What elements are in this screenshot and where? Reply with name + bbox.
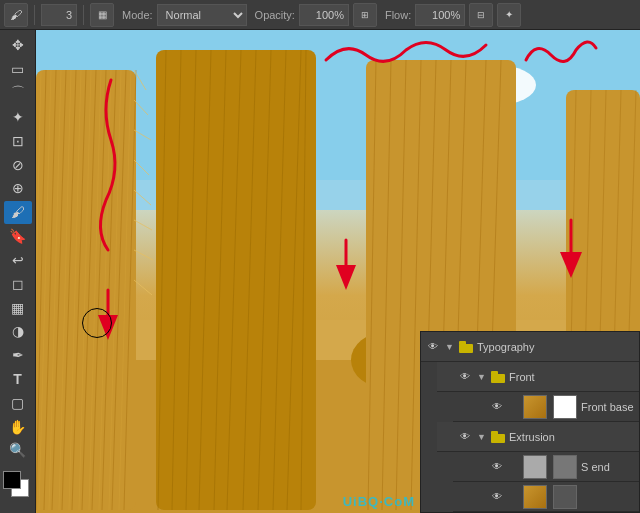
flow-input[interactable]: 100% xyxy=(415,4,465,26)
mode-label: Mode: xyxy=(122,9,153,21)
expand-icon-extrusion[interactable]: ▼ xyxy=(477,432,487,442)
thumb-s-end xyxy=(523,455,547,479)
watermark: UiBQ·CoM xyxy=(343,494,415,509)
layer-name-s-end: S end xyxy=(581,461,635,473)
color-swatches xyxy=(3,463,33,509)
svg-rect-72 xyxy=(459,344,473,353)
airbrush-btn[interactable]: ✦ xyxy=(497,3,521,27)
folder-icon-extrusion xyxy=(491,431,505,443)
layer-name-typography: Typography xyxy=(477,341,635,353)
visibility-icon-s-end[interactable]: 👁 xyxy=(489,459,505,475)
layer-row-last[interactable]: 👁 xyxy=(453,482,639,512)
opacity-input[interactable]: 100% xyxy=(299,4,349,26)
brush-size-input[interactable]: 3 xyxy=(41,4,77,26)
layer-row-front-base[interactable]: 👁 Front base xyxy=(453,392,639,422)
brush-tool-btn[interactable]: 🖌 xyxy=(4,3,28,27)
expand-icon-front[interactable]: ▼ xyxy=(477,372,487,382)
move-tool[interactable]: ✥ xyxy=(4,34,32,57)
layers-panel: 👁 ▼ Typography 👁 ▼ Front 👁 Front base xyxy=(420,331,640,513)
flow-toggle-btn[interactable]: ⊟ xyxy=(469,3,493,27)
thumb-last xyxy=(523,485,547,509)
layer-row-extrusion[interactable]: 👁 ▼ Extrusion xyxy=(437,422,639,452)
flow-label: Flow: xyxy=(385,9,411,21)
expand-icon-typography[interactable]: ▼ xyxy=(445,342,455,352)
eyedropper-tool[interactable]: ⊘ xyxy=(4,153,32,176)
separator-2 xyxy=(83,5,84,25)
dodge-tool[interactable]: ◑ xyxy=(4,320,32,343)
mask-thumb-last xyxy=(553,485,577,509)
gradient-tool[interactable]: ▦ xyxy=(4,296,32,319)
svg-rect-75 xyxy=(491,371,498,375)
mask-thumb-s-end xyxy=(553,455,577,479)
layer-name-front-base: Front base xyxy=(581,401,635,413)
separator-1 xyxy=(34,5,35,25)
mask-thumb-front-base xyxy=(553,395,577,419)
visibility-icon-last[interactable]: 👁 xyxy=(489,489,505,505)
visibility-icon-front[interactable]: 👁 xyxy=(457,369,473,385)
foreground-color-swatch[interactable] xyxy=(3,471,21,489)
eraser-tool[interactable]: ◻ xyxy=(4,272,32,295)
zoom-tool[interactable]: 🔍 xyxy=(4,439,32,462)
shape-tool[interactable]: ▢ xyxy=(4,391,32,414)
svg-rect-73 xyxy=(459,341,466,345)
history-brush-tool[interactable]: ↩ xyxy=(4,248,32,271)
thumb-front-base xyxy=(523,395,547,419)
layer-row-front[interactable]: 👁 ▼ Front xyxy=(437,362,639,392)
folder-icon-typography xyxy=(459,341,473,353)
opacity-toggle-btn[interactable]: ⊞ xyxy=(353,3,377,27)
visibility-icon-front-base[interactable]: 👁 xyxy=(489,399,505,415)
folder-icon-front xyxy=(491,371,505,383)
hand-tool[interactable]: ✋ xyxy=(4,415,32,438)
layer-row-s-end[interactable]: 👁 S end xyxy=(453,452,639,482)
stamp-tool[interactable]: 🔖 xyxy=(4,225,32,248)
opacity-label: Opacity: xyxy=(255,9,295,21)
visibility-icon-extrusion[interactable]: 👁 xyxy=(457,429,473,445)
crop-tool[interactable]: ⊡ xyxy=(4,129,32,152)
svg-rect-74 xyxy=(491,374,505,383)
visibility-icon-typography[interactable]: 👁 xyxy=(425,339,441,355)
layer-name-extrusion: Extrusion xyxy=(509,431,635,443)
mode-select[interactable]: Normal Multiply Screen xyxy=(157,4,247,26)
pen-tool[interactable]: ✒ xyxy=(4,344,32,367)
brush-tool[interactable]: 🖌 xyxy=(4,201,32,224)
tools-panel: ✥ ▭ ⌒ ✦ ⊡ ⊘ ⊕ 🖌 🔖 ↩ ◻ ▦ ◑ ✒ T ▢ ✋ 🔍 xyxy=(0,30,36,513)
magic-wand-tool[interactable]: ✦ xyxy=(4,105,32,128)
svg-rect-76 xyxy=(491,434,505,443)
layer-name-front: Front xyxy=(509,371,635,383)
text-tool[interactable]: T xyxy=(4,368,32,391)
brush-preset-btn[interactable]: ▦ xyxy=(90,3,114,27)
canvas-area[interactable]: UiBQ·CoM 👁 ▼ Typography 👁 ▼ Front 👁 xyxy=(36,30,640,513)
healing-tool[interactable]: ⊕ xyxy=(4,177,32,200)
main-toolbar: 🖌 3 ▦ Mode: Normal Multiply Screen Opaci… xyxy=(0,0,640,30)
layer-row-typography[interactable]: 👁 ▼ Typography xyxy=(421,332,639,362)
marquee-tool[interactable]: ▭ xyxy=(4,58,32,81)
lasso-tool[interactable]: ⌒ xyxy=(4,82,32,105)
svg-rect-77 xyxy=(491,431,498,435)
